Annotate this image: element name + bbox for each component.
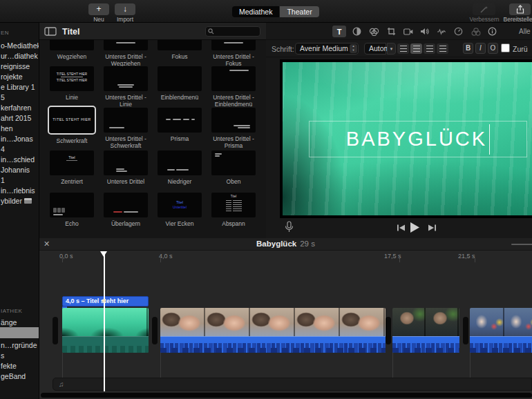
enhance-button[interactable] [473,3,495,15]
title-item-linie[interactable]: TITEL STEHT HIER TITEL STEHT HIER Linie [45,66,99,108]
sidebar-item[interactable]: kerfahren [1,104,31,112]
sidebar-item-soundeffects[interactable]: fekte [1,362,17,370]
preview-canvas[interactable]: BABYGLÜCK [283,62,532,215]
sidebar-item[interactable]: Johannis [1,166,30,174]
import-label: Import [110,16,140,23]
import-button[interactable]: ↓ [115,3,135,15]
sidebar-item-itunes[interactable]: s [1,351,4,360]
sidebar-item[interactable]: reignisse [1,62,30,70]
timeline-zoom-slider[interactable] [511,244,532,245]
title-item-ud-wegziehen[interactable]: Unteres Drittel - Wegziehen [99,40,153,67]
voiceover-mic-button[interactable] [285,221,294,233]
reset-all-label[interactable]: Alle [519,28,531,35]
title-item-ud-fokus[interactable]: Unteres Drittel - Fokus [207,40,260,67]
noise-reduction-icon[interactable] [435,26,448,37]
sidebar-item[interactable]: 5 [1,93,5,101]
search-icon [208,28,214,35]
background-clip-green[interactable] [62,308,149,353]
reset-button[interactable]: Zurü [513,45,528,53]
font-color-swatch[interactable] [501,43,510,52]
sidebar-item-ybilder[interactable]: ybilder [1,197,32,205]
title-item-echo[interactable]: Echo [45,193,99,227]
title-settings-button[interactable]: T [332,26,346,37]
title-item-zentriert[interactable]: Titel Zentriert [45,150,99,185]
video-clip-1[interactable] [160,308,386,353]
outline-button[interactable]: O [488,43,498,54]
align-left-button[interactable] [397,43,409,54]
sidebar-item[interactable]: ur…diathek [1,52,38,60]
sidebar-item-transitions[interactable]: änge [1,318,17,327]
background-music-track[interactable]: ♫ [53,378,532,391]
project-duration: 29 s [300,240,315,248]
font-size-dropdown[interactable]: Autom. [364,43,386,55]
volume-icon[interactable] [418,26,430,37]
preview-monitor: BABYGLÜCK [280,59,532,218]
sidebar-item[interactable]: in…rlebnis [1,186,35,195]
stabilization-icon[interactable] [402,26,415,37]
title-item-unteres-drittel[interactable]: Unteres Drittel [99,150,153,185]
sidebar-toggle-button[interactable] [44,27,57,36]
skip-back-button[interactable] [397,224,406,231]
crop-icon[interactable] [385,26,397,37]
title-item-ud-linie[interactable]: Unteres Drittel - Linie [99,66,153,108]
title-item-prisma[interactable]: Prisma [153,108,207,149]
playhead-line[interactable] [104,252,105,391]
title-item-ueberlagern[interactable]: Überlagern [99,193,153,227]
sidebar-item-backgrounds[interactable]: n…rgründe [1,341,37,349]
info-icon[interactable] [486,26,498,37]
title-item-abspann[interactable]: Titel Abspann [207,193,260,227]
title-item-ud-prisma[interactable]: Unteres Drittel - Prisma [207,108,260,149]
tab-mediathek[interactable]: Mediathek [232,6,279,17]
timeline-ruler[interactable]: 0,0 s 4,0 s 17,5 s 21,5 s [39,251,532,262]
speed-icon[interactable] [452,26,464,37]
search-input[interactable] [216,27,258,36]
bold-button[interactable]: B [463,43,473,54]
sidebar-item[interactable]: e Library 1 [1,83,35,91]
video-clip-2[interactable] [392,308,459,353]
title-text-box[interactable]: BABYGLÜCK [309,121,527,157]
color-balance-icon[interactable] [350,26,363,37]
share-button[interactable] [509,3,531,15]
chevron-down-icon[interactable]: ▼ [387,43,396,55]
video-clip-3[interactable] [470,308,532,353]
align-justify-button[interactable] [437,43,448,54]
sidebar-item-titles-selected[interactable] [0,327,39,338]
timeline-horizontal-scrollbar[interactable] [41,393,532,398]
sidebar-item[interactable]: 1 [1,176,5,184]
align-right-button[interactable] [424,43,435,54]
sidebar-item[interactable]: in…Jonas [1,135,33,143]
trim-handle[interactable] [463,317,468,344]
sidebar-item-garageband[interactable]: geBand [1,372,26,380]
color-correction-icon[interactable] [368,26,380,37]
title-item-niedriger[interactable]: Niedriger [153,150,207,185]
align-center-button[interactable] [410,43,422,54]
title-item-fokus[interactable]: Fokus [153,40,207,67]
timeline-header: ✕ Babyglück29 s [39,238,532,251]
title-item-vier-ecken[interactable]: Titel Untertitel Vier Ecken [153,193,207,227]
font-family-dropdown[interactable]: Avenir Medium ▲▼ [295,43,359,55]
play-button[interactable] [409,222,421,233]
trim-handle[interactable] [53,317,58,344]
title-item-ud-schwerkraft[interactable]: Unteres Drittel - Schwerkraft [99,108,153,149]
title-item-ud-einblendmenue[interactable]: Unteres Drittel - Einblendmenü [207,66,260,108]
trim-handle[interactable] [152,317,158,344]
trim-handle[interactable] [386,317,391,344]
title-item-einblendmenue[interactable]: Einblendmenü [153,66,207,108]
sidebar-item[interactable]: rojekte [1,72,23,81]
italic-button[interactable]: I [475,43,486,54]
clip-filter-icon[interactable] [470,26,482,37]
sidebar-item[interactable]: 4 [1,145,5,153]
new-project-button[interactable]: + [88,3,109,15]
sidebar-item[interactable]: ahrt 2015 [1,114,31,122]
title-item-wegziehen[interactable]: Wegziehen [45,40,99,67]
sidebar-item[interactable]: hen [1,124,13,133]
search-field[interactable] [205,26,260,37]
skip-forward-button[interactable] [428,224,437,231]
title-text[interactable]: BABYGLÜCK [346,128,487,150]
title-item-schwerkraft[interactable]: TITEL STEHT HIER Schwerkraft [45,108,99,149]
sidebar-item[interactable]: o-Mediathek [1,41,39,50]
title-item-oben[interactable]: Oben [207,150,260,185]
sidebar-item[interactable]: in…schied [1,155,35,164]
tab-theater[interactable]: Theater [280,6,319,17]
title-thumbnail [50,193,94,217]
